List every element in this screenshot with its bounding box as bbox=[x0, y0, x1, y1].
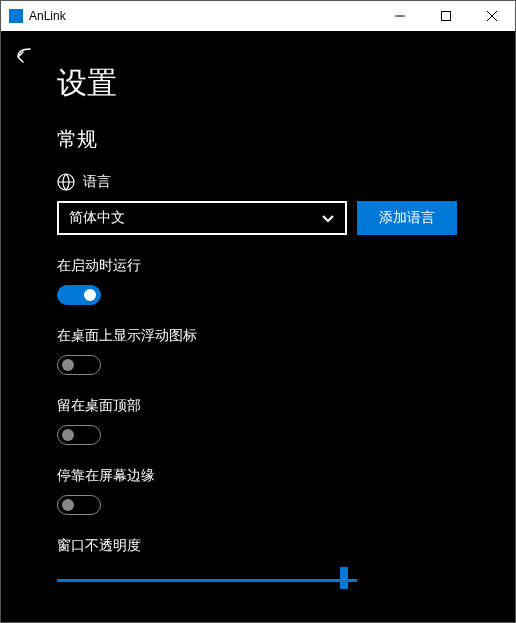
minimize-icon bbox=[395, 11, 405, 21]
add-language-button[interactable]: 添加语言 bbox=[357, 201, 457, 235]
section-general-title: 常规 bbox=[57, 126, 485, 153]
maximize-icon bbox=[441, 11, 451, 21]
toggle-knob bbox=[62, 499, 74, 511]
app-window: AnLink 设置 常规 bbox=[0, 0, 516, 623]
slider-track bbox=[57, 579, 357, 582]
opacity-row: 窗口不透明度 bbox=[57, 537, 485, 589]
stay-on-top-toggle[interactable] bbox=[57, 425, 101, 445]
close-icon bbox=[487, 11, 497, 21]
close-button[interactable] bbox=[469, 1, 515, 31]
toggle-knob bbox=[62, 429, 74, 441]
dock-edge-row: 停靠在屏幕边缘 bbox=[57, 467, 485, 515]
floating-icon-toggle[interactable] bbox=[57, 355, 101, 375]
content-area: 设置 常规 语言 简体中文 bbox=[1, 31, 515, 622]
titlebar: AnLink bbox=[1, 1, 515, 31]
run-on-startup-row: 在启动时运行 bbox=[57, 257, 485, 305]
floating-icon-label: 在桌面上显示浮动图标 bbox=[57, 327, 485, 345]
opacity-label: 窗口不透明度 bbox=[57, 537, 485, 555]
svg-rect-0 bbox=[442, 12, 451, 21]
globe-icon bbox=[57, 173, 75, 191]
toggle-knob bbox=[84, 289, 96, 301]
language-select-value: 简体中文 bbox=[69, 209, 125, 227]
dock-edge-label: 停靠在屏幕边缘 bbox=[57, 467, 485, 485]
opacity-slider[interactable] bbox=[57, 565, 357, 589]
toggle-knob bbox=[62, 359, 74, 371]
add-language-label: 添加语言 bbox=[379, 209, 435, 227]
window-title: AnLink bbox=[29, 9, 66, 23]
dock-edge-toggle[interactable] bbox=[57, 495, 101, 515]
stay-on-top-row: 留在桌面顶部 bbox=[57, 397, 485, 445]
maximize-button[interactable] bbox=[423, 1, 469, 31]
stay-on-top-label: 留在桌面顶部 bbox=[57, 397, 485, 415]
minimize-button[interactable] bbox=[377, 1, 423, 31]
floating-icon-row: 在桌面上显示浮动图标 bbox=[57, 327, 485, 375]
chevron-down-icon bbox=[321, 211, 335, 225]
language-label: 语言 bbox=[83, 173, 111, 191]
back-button[interactable] bbox=[15, 45, 39, 69]
page-title: 设置 bbox=[57, 63, 485, 104]
back-arrow-icon bbox=[15, 45, 39, 69]
app-icon bbox=[9, 9, 23, 23]
language-select[interactable]: 简体中文 bbox=[57, 201, 347, 235]
run-on-startup-toggle[interactable] bbox=[57, 285, 101, 305]
run-on-startup-label: 在启动时运行 bbox=[57, 257, 485, 275]
language-row: 语言 简体中文 添加语言 bbox=[57, 173, 485, 235]
slider-thumb[interactable] bbox=[340, 567, 348, 589]
